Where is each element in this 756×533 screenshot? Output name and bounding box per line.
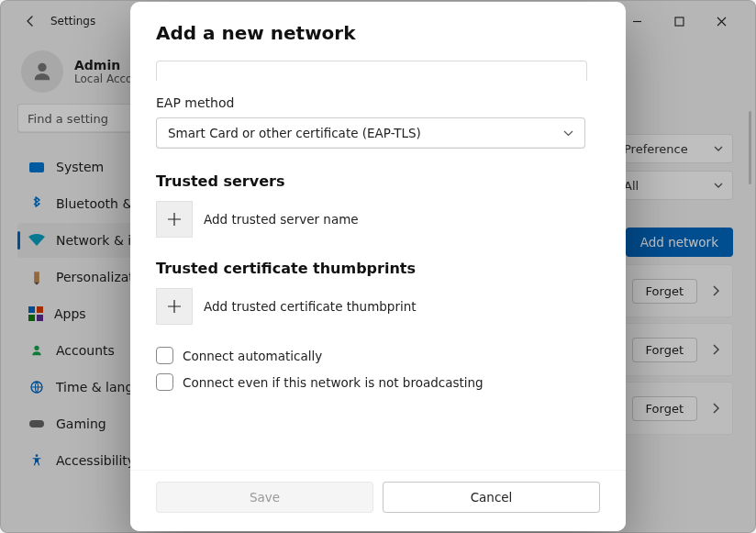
connect-automatically-checkbox[interactable] [156,347,173,364]
add-trusted-thumbprint-label: Add trusted certificate thumbprint [204,299,417,314]
add-button[interactable] [156,288,193,325]
connect-automatically-row: Connect automatically [156,347,600,364]
dialog-title: Add a new network [156,22,600,44]
save-button[interactable]: Save [156,482,373,513]
connect-automatically-label: Connect automatically [183,349,322,363]
chevron-down-icon [563,130,573,137]
plus-icon [167,299,182,314]
eap-method-label: EAP method [156,95,600,110]
add-network-dialog: Add a new network EAP method Smart Card … [130,2,626,531]
add-trusted-thumbprint[interactable]: Add trusted certificate thumbprint [156,288,600,325]
trusted-servers-heading: Trusted servers [156,172,600,190]
connect-hidden-label: Connect even if this network is not broa… [183,375,484,390]
eap-method-value: Smart Card or other certificate (EAP-TLS… [168,126,421,140]
connect-hidden-row: Connect even if this network is not broa… [156,373,600,391]
eap-method-select[interactable]: Smart Card or other certificate (EAP-TLS… [156,117,585,149]
trusted-thumbprints-heading: Trusted certificate thumbprints [156,260,600,277]
dialog-footer: Save Cancel [130,470,626,531]
plus-icon [167,212,182,227]
add-trusted-server[interactable]: Add trusted server name [156,201,600,238]
cancel-button[interactable]: Cancel [383,482,600,513]
add-trusted-server-label: Add trusted server name [204,212,359,227]
previous-field-bottom[interactable] [156,61,587,81]
connect-hidden-checkbox[interactable] [156,373,173,391]
add-button[interactable] [156,201,193,238]
